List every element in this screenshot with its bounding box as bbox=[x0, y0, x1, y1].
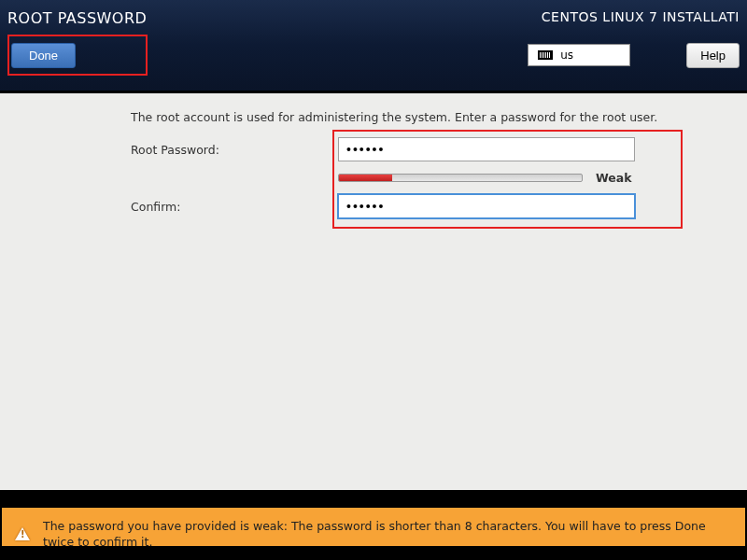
strength-label: Weak bbox=[596, 171, 632, 185]
bottom-border bbox=[0, 546, 747, 560]
header-right: us Help bbox=[528, 43, 740, 68]
main-content: The root account is used for administeri… bbox=[0, 93, 747, 490]
root-password-label: Root Password: bbox=[131, 143, 338, 157]
page-title: ROOT PASSWORD bbox=[7, 9, 147, 27]
header-bar: ROOT PASSWORD CENTOS LINUX 7 INSTALLATI … bbox=[0, 0, 747, 93]
warning-icon bbox=[15, 527, 30, 540]
keyboard-icon bbox=[538, 50, 553, 60]
confirm-password-input[interactable] bbox=[338, 194, 635, 218]
help-button[interactable]: Help bbox=[686, 43, 740, 68]
installer-title: CENTOS LINUX 7 INSTALLATI bbox=[542, 9, 740, 24]
header-bottom: Done us Help bbox=[7, 35, 740, 76]
confirm-row: Confirm: bbox=[131, 194, 728, 218]
strength-fill bbox=[339, 175, 392, 181]
root-password-input[interactable] bbox=[338, 137, 635, 161]
root-password-row: Root Password: bbox=[131, 137, 728, 161]
keyboard-layout-label: us bbox=[560, 49, 573, 62]
keyboard-layout-selector[interactable]: us bbox=[528, 44, 630, 66]
confirm-label: Confirm: bbox=[131, 200, 338, 214]
strength-meter bbox=[338, 174, 583, 182]
strength-row: Weak bbox=[338, 171, 728, 185]
password-form: Root Password: Weak Confirm: bbox=[131, 137, 728, 218]
done-highlight: Done bbox=[7, 35, 148, 76]
done-button[interactable]: Done bbox=[11, 43, 76, 68]
description-text: The root account is used for administeri… bbox=[131, 110, 728, 124]
header-top: ROOT PASSWORD CENTOS LINUX 7 INSTALLATI bbox=[7, 0, 740, 27]
